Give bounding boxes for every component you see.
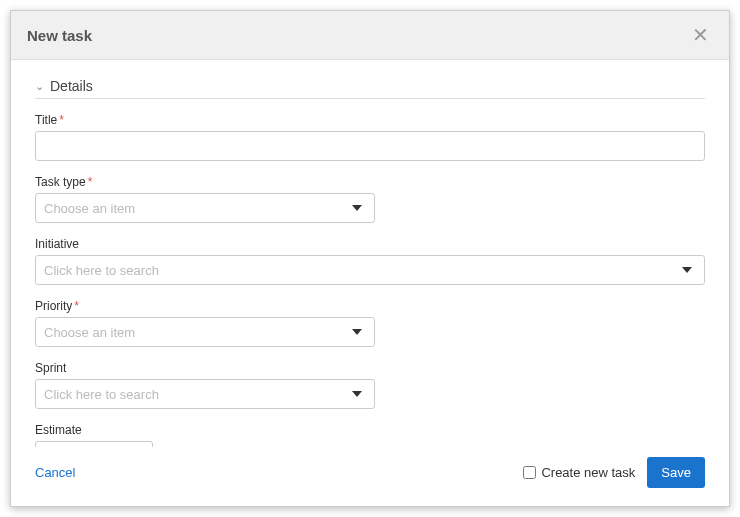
select-placeholder: Click here to search bbox=[44, 387, 352, 402]
title-input[interactable] bbox=[35, 131, 705, 161]
initiative-label: Initiative bbox=[35, 237, 705, 251]
section-label: Details bbox=[50, 78, 93, 94]
create-new-task-checkbox-wrap[interactable]: Create new task bbox=[523, 465, 635, 480]
field-estimate: Estimate bbox=[35, 423, 705, 447]
close-button[interactable]: ✕ bbox=[688, 23, 713, 47]
initiative-select[interactable]: Click here to search bbox=[35, 255, 705, 285]
task-type-label: Task type* bbox=[35, 175, 705, 189]
sprint-select[interactable]: Click here to search bbox=[35, 379, 375, 409]
new-task-modal: New task ✕ ⌄ Details Title* Task type* C… bbox=[10, 10, 730, 507]
field-sprint: Sprint Click here to search bbox=[35, 361, 705, 409]
priority-label: Priority* bbox=[35, 299, 705, 313]
modal-header: New task ✕ bbox=[11, 11, 729, 60]
select-placeholder: Choose an item bbox=[44, 201, 352, 216]
required-mark: * bbox=[74, 299, 79, 313]
field-task-type: Task type* Choose an item bbox=[35, 175, 705, 223]
create-new-task-checkbox[interactable] bbox=[523, 466, 536, 479]
field-initiative: Initiative Click here to search bbox=[35, 237, 705, 285]
caret-down-icon bbox=[352, 391, 362, 397]
close-icon: ✕ bbox=[692, 24, 709, 46]
footer-right: Create new task Save bbox=[523, 457, 705, 488]
create-new-task-label: Create new task bbox=[541, 465, 635, 480]
details-section-toggle[interactable]: ⌄ Details bbox=[35, 78, 705, 94]
required-mark: * bbox=[59, 113, 64, 127]
cancel-button[interactable]: Cancel bbox=[35, 465, 75, 480]
modal-footer: Cancel Create new task Save bbox=[11, 447, 729, 506]
title-label: Title* bbox=[35, 113, 705, 127]
task-type-select[interactable]: Choose an item bbox=[35, 193, 375, 223]
estimate-label: Estimate bbox=[35, 423, 705, 437]
field-title: Title* bbox=[35, 113, 705, 161]
sprint-label: Sprint bbox=[35, 361, 705, 375]
section-divider bbox=[35, 98, 705, 99]
save-button[interactable]: Save bbox=[647, 457, 705, 488]
required-mark: * bbox=[88, 175, 93, 189]
modal-title: New task bbox=[27, 27, 92, 44]
caret-down-icon bbox=[352, 205, 362, 211]
select-placeholder: Click here to search bbox=[44, 263, 682, 278]
caret-down-icon bbox=[352, 329, 362, 335]
field-priority: Priority* Choose an item bbox=[35, 299, 705, 347]
priority-select[interactable]: Choose an item bbox=[35, 317, 375, 347]
modal-body: ⌄ Details Title* Task type* Choose an it… bbox=[11, 60, 729, 447]
caret-down-icon bbox=[682, 267, 692, 273]
select-placeholder: Choose an item bbox=[44, 325, 352, 340]
chevron-down-icon: ⌄ bbox=[35, 80, 44, 93]
